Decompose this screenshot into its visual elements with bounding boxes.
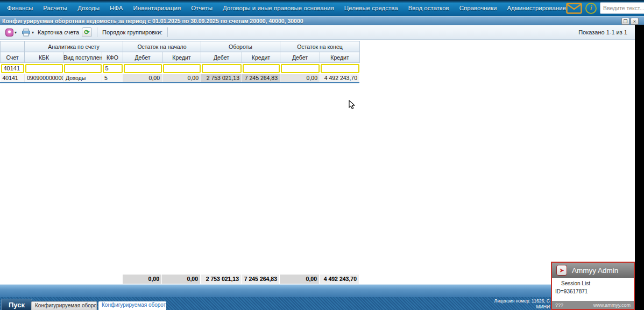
filter-account-input[interactable] bbox=[1, 64, 24, 73]
group-header-empty bbox=[1, 41, 25, 52]
total-credit-turn: 7 245 264,83 bbox=[242, 275, 280, 284]
col-header-debit-close[interactable]: Дебет bbox=[280, 52, 320, 63]
group-header-closing-balance: Остаток на конец bbox=[280, 41, 360, 52]
start-button[interactable]: Пуск bbox=[1, 299, 32, 310]
ammyy-status-left: ??? bbox=[555, 302, 563, 308]
menu-item-opening-balances[interactable]: Ввод остатков bbox=[408, 5, 449, 11]
cell-credit-turn: 7 245 264,83 bbox=[242, 74, 280, 82]
col-header-debit-turn[interactable]: Дебет bbox=[201, 52, 242, 63]
window-titlebar: Конфигурируемая оборотная ведомость за п… bbox=[0, 16, 644, 25]
refresh-button[interactable]: ⟳ bbox=[82, 27, 92, 37]
group-header-row: Аналитика по счету Остаток на начало Обо… bbox=[1, 41, 360, 52]
cell-debit-open: 0,00 bbox=[123, 74, 162, 82]
menu-item-reports[interactable]: Отчеты bbox=[191, 5, 213, 11]
print-dropdown-button[interactable]: ▾ bbox=[20, 28, 35, 37]
cell-income-type: Доходы bbox=[63, 74, 102, 82]
menu-item-incomes[interactable]: Доходы bbox=[77, 5, 100, 11]
filter-income-type-input[interactable] bbox=[64, 64, 102, 73]
report-window: ▾ ▾ Карточка счета ⟳ Порядок группировки… bbox=[0, 25, 635, 310]
info-icon[interactable]: i bbox=[585, 3, 597, 14]
cell-credit-close: 4 492 243,70 bbox=[320, 74, 360, 82]
total-debit-close: 0,00 bbox=[280, 275, 320, 284]
menu-item-inventory[interactable]: Инвентаризация bbox=[133, 5, 181, 11]
col-header-credit-open[interactable]: Кредит bbox=[162, 52, 201, 63]
session-list-item[interactable]: Session List bbox=[552, 280, 634, 286]
total-credit-close: 4 492 243,70 bbox=[320, 275, 359, 284]
cell-kfo: 5 bbox=[102, 74, 123, 82]
search-box bbox=[600, 2, 644, 14]
total-debit-turn: 2 753 021,13 bbox=[201, 275, 242, 284]
menu-item-nfa[interactable]: НФА bbox=[110, 5, 123, 11]
ammyy-status-bar: ??? www.ammyy.com bbox=[552, 301, 634, 309]
ammyy-body: Session List ID=93617871 bbox=[552, 278, 634, 301]
filter-credit-close-input[interactable] bbox=[321, 64, 359, 73]
filter-credit-open-input[interactable] bbox=[163, 64, 201, 73]
actions-icon bbox=[5, 28, 13, 37]
account-card-button[interactable]: Карточка счета bbox=[38, 29, 79, 35]
mouse-cursor bbox=[349, 100, 355, 110]
close-button[interactable]: × bbox=[631, 18, 639, 25]
col-header-credit-close[interactable]: Кредит bbox=[320, 52, 360, 63]
screen-black-edge bbox=[635, 25, 644, 310]
filter-debit-open-input[interactable] bbox=[124, 64, 162, 73]
window-status-bar bbox=[0, 284, 635, 297]
column-header-row: Счет КБК Вид поступлени... КФО Дебет Кре… bbox=[1, 52, 360, 63]
session-id: ID=93617871 bbox=[552, 289, 634, 294]
current-row-indicator bbox=[0, 82, 359, 83]
taskbar-tab-report-1[interactable]: Конфигурируемая оборотная ... bbox=[31, 301, 97, 310]
filter-debit-close-input[interactable] bbox=[281, 64, 320, 73]
total-debit-open: 0,00 bbox=[123, 275, 162, 284]
restore-button[interactable]: ❐ bbox=[621, 18, 629, 25]
rows-shown-counter: Показано 1-1 из 1 bbox=[578, 29, 631, 35]
ammyy-title: Ammyy Admin bbox=[572, 266, 618, 275]
ammyy-admin-window: ➤ Ammyy Admin Session List ID=93617871 ?… bbox=[551, 262, 635, 310]
license-line-2: МИНИ bbox=[494, 304, 550, 310]
filter-credit-turn-input[interactable] bbox=[243, 64, 280, 73]
menu-item-calculations[interactable]: Расчеты bbox=[43, 5, 67, 11]
group-header-opening-balance: Остаток на начало bbox=[123, 41, 201, 52]
col-header-account[interactable]: Счет bbox=[1, 52, 25, 63]
main-menu-bar: Финансы Расчеты Доходы НФА Инвентаризаци… bbox=[0, 0, 644, 16]
toolbar-buttons: ▾ ▾ Карточка счета ⟳ Порядок группировки… bbox=[4, 27, 170, 37]
toolbar-separator bbox=[97, 27, 97, 37]
menu-item-contracts[interactable]: Договоры и иные правовые основания bbox=[223, 5, 334, 11]
cell-kbk: 0909000000000... bbox=[25, 74, 63, 82]
taskbar-tab-report-2[interactable]: Конфигурируемая оборотная ... bbox=[98, 301, 166, 310]
report-toolbar: ▾ ▾ Карточка счета ⟳ Порядок группировки… bbox=[0, 25, 635, 40]
grouping-order-label: Порядок группировки: bbox=[102, 29, 162, 35]
col-header-income-type[interactable]: Вид поступлени... bbox=[63, 52, 102, 63]
cell-account: 40141 bbox=[1, 74, 25, 82]
table-row[interactable]: 40141 0909000000000... Доходы 5 0,00 0,0… bbox=[1, 74, 360, 82]
col-header-debit-open[interactable]: Дебет bbox=[123, 52, 162, 63]
filter-debit-turn-input[interactable] bbox=[202, 64, 242, 73]
license-info: Лицензия номер: 11626; С МИНИ bbox=[494, 298, 550, 310]
totals-row: 0,00 0,00 2 753 021,13 7 245 264,83 0,00… bbox=[0, 275, 359, 284]
ammyy-website-link[interactable]: www.ammyy.com bbox=[593, 302, 631, 308]
menu-item-target-funds[interactable]: Целевые средства bbox=[344, 5, 398, 11]
col-header-kfo[interactable]: КФО bbox=[102, 52, 123, 63]
mail-icon[interactable] bbox=[566, 3, 582, 14]
actions-dropdown-button[interactable]: ▾ bbox=[4, 28, 18, 37]
filter-kfo-input[interactable] bbox=[103, 64, 123, 73]
cell-debit-turn: 2 753 021,13 bbox=[201, 74, 242, 82]
total-credit-open: 0,00 bbox=[162, 275, 201, 284]
cell-credit-open: 0,00 bbox=[162, 74, 201, 82]
col-header-credit-turn[interactable]: Кредит bbox=[242, 52, 280, 63]
menu-item-finances[interactable]: Финансы bbox=[7, 5, 33, 11]
group-header-analytics: Аналитика по счету bbox=[25, 41, 123, 52]
taskbar: Пуск Конфигурируемая оборотная ... Конфи… bbox=[0, 297, 635, 310]
col-header-kbk[interactable]: КБК bbox=[25, 52, 63, 63]
filter-kbk-input[interactable] bbox=[25, 64, 63, 73]
window-buttons: ❐ × bbox=[621, 18, 639, 25]
menu-item-administration[interactable]: Администрирование bbox=[507, 5, 566, 11]
group-header-turnovers: Обороты bbox=[201, 41, 280, 52]
printer-icon bbox=[22, 28, 31, 37]
license-line-1: Лицензия номер: 11626; С bbox=[494, 298, 550, 304]
search-input[interactable] bbox=[600, 2, 644, 14]
turnover-table: Аналитика по счету Остаток на начало Обо… bbox=[0, 41, 360, 82]
screen: Финансы Расчеты Доходы НФА Инвентаризаци… bbox=[0, 0, 644, 310]
window-title: Конфигурируемая оборотная ведомость за п… bbox=[0, 18, 303, 24]
main-menu: Финансы Расчеты Доходы НФА Инвентаризаци… bbox=[0, 5, 566, 11]
ammyy-titlebar[interactable]: ➤ Ammyy Admin bbox=[552, 263, 634, 278]
menu-item-directories[interactable]: Справочники bbox=[459, 5, 497, 11]
